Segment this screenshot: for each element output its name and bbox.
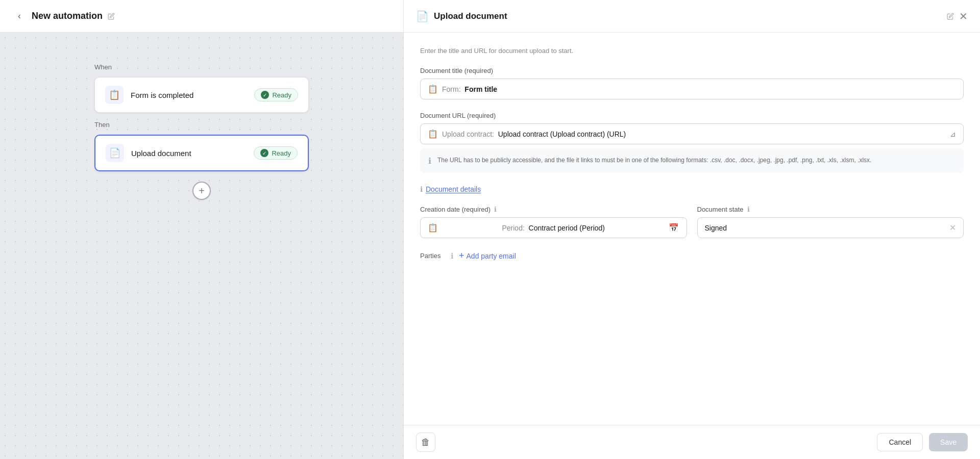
panel-header-title: Upload document [434,11,942,21]
trigger-ready-badge: ✓ Ready [254,88,298,101]
when-label: When [94,63,309,71]
document-url-label: Document URL (required) [420,112,964,119]
calendar-icon: 📅 [669,223,679,233]
edit-title-button[interactable] [108,13,115,20]
document-title-value: Form: Form title [442,85,497,93]
document-state-field-group: Document state ℹ Signed ✕ [697,206,964,238]
document-state-value: Signed [705,224,727,232]
action-ready-badge: ✓ Ready [254,146,298,160]
document-state-label: Document state ℹ [697,206,964,213]
ready-check-icon: ✓ [261,91,269,99]
add-party-label: Add party email [467,252,516,260]
document-title-input[interactable]: 📋 Form: Form title [420,79,964,99]
right-panel-body: Enter the title and URL for document upl… [404,33,980,425]
action-check-icon: ✓ [260,149,268,157]
action-card-title: Upload document [131,149,247,158]
creation-date-icon: 📋 [428,223,438,233]
left-panel: ‹ New automation When 📋 Form is complete… [0,0,403,459]
document-details-toggle[interactable]: ℹ Document details [420,185,964,193]
document-title-field-group: Document title (required) 📋 Form: Form t… [420,67,964,99]
parties-row: Parties ℹ + Add party email [420,250,964,261]
document-state-info-icon: ℹ [747,206,750,213]
creation-date-value: Period: Contract period (Period) [502,224,605,232]
trigger-card-icon: 📋 [105,86,124,104]
creation-date-input[interactable]: 📋 Period: Contract period (Period) 📅 [420,217,687,238]
panel-subtitle: Enter the title and URL for document upl… [420,47,964,55]
document-url-value: Upload contract: Upload contract (Upload… [442,130,626,138]
right-panel: 📄 Upload document ✕ Enter the title and … [403,0,980,459]
cancel-button[interactable]: Cancel [877,433,923,451]
document-details-label: Document details [426,185,481,193]
close-panel-button[interactable]: ✕ [959,10,968,22]
automation-flow: When 📋 Form is completed ✓ Ready Then 📄 … [94,63,309,200]
action-badge-label: Ready [272,149,291,157]
automation-canvas: When 📋 Form is completed ✓ Ready Then 📄 … [0,33,403,459]
url-info-box: ℹ The URL has to be publicly accessible,… [420,148,964,173]
url-info-text: The URL has to be publicly accessible, a… [437,156,871,165]
creation-date-label: Creation date (required) ℹ [420,206,687,213]
left-header: ‹ New automation [0,0,403,33]
back-button[interactable]: ‹ [12,9,27,23]
action-card-icon: 📄 [106,144,124,162]
add-party-button[interactable]: + Add party email [459,250,516,261]
parties-info-button[interactable]: ℹ [451,251,454,261]
filter-icon: ⊿ [950,130,956,138]
delete-button[interactable]: 🗑 [416,432,435,452]
document-url-field-group: Document URL (required) 📋 Upload contrac… [420,112,964,173]
document-title-icon: 📋 [428,84,438,94]
document-state-select[interactable]: Signed ✕ [697,217,964,238]
creation-date-info-icon: ℹ [494,206,497,213]
footer-actions: Cancel Save [877,433,968,451]
details-fields: Creation date (required) ℹ 📋 Period: Con… [420,206,964,238]
creation-date-field-group: Creation date (required) ℹ 📋 Period: Con… [420,206,687,238]
parties-label: Parties [420,252,446,260]
add-party-icon: + [459,250,464,261]
info-circle-icon: ℹ [428,156,431,166]
info-toggle-icon: ℹ [420,185,423,193]
panel-header-icon: 📄 [416,10,429,22]
then-label: Then [94,121,309,129]
action-card[interactable]: 📄 Upload document ✓ Ready [94,135,309,171]
trigger-card[interactable]: 📋 Form is completed ✓ Ready [94,77,309,113]
add-step-button[interactable]: + [192,182,211,200]
right-panel-header: 📄 Upload document ✕ [404,0,980,33]
clear-state-icon[interactable]: ✕ [949,223,956,233]
trigger-card-title: Form is completed [131,91,247,99]
document-url-icon: 📋 [428,129,438,139]
edit-action-button[interactable] [947,13,954,20]
document-title-label: Document title (required) [420,67,964,74]
right-panel-footer: 🗑 Cancel Save [404,425,980,459]
document-url-input[interactable]: 📋 Upload contract: Upload contract (Uplo… [420,123,964,144]
trigger-badge-label: Ready [272,91,291,99]
page-title: New automation [32,11,103,21]
save-button[interactable]: Save [929,433,968,451]
